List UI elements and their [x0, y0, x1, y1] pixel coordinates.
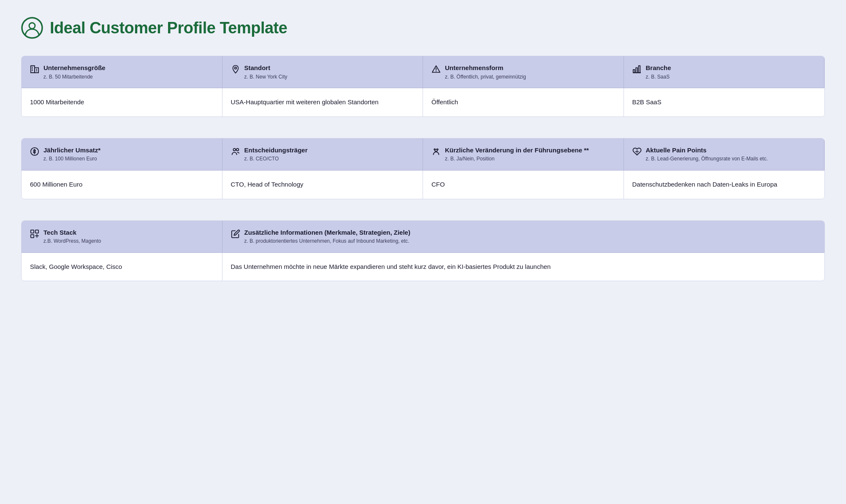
header-pain-points-title: Aktuelle Pain Points — [646, 146, 768, 154]
company-type-icon — [431, 65, 441, 76]
change-icon — [431, 147, 441, 158]
header-company-size: Unternehmensgröße z. B. 50 Mitarbeitende — [22, 56, 222, 88]
data-leadership-change: CFO — [423, 171, 624, 199]
svg-point-9 — [234, 67, 236, 69]
table-tech: Tech Stack z.B. WordPress, Magento Zusät… — [21, 220, 825, 282]
header-location-subtitle: z. B. New York City — [244, 73, 287, 81]
page-title-row: Ideal Customer Profile Template — [21, 17, 825, 39]
data-additional-info: Das Unternehmen möchte in neue Märkte ex… — [222, 253, 825, 281]
tech-icon — [30, 229, 39, 240]
header-decision-makers-title: Entscheidungsträger — [244, 146, 308, 154]
location-icon — [231, 65, 240, 76]
svg-rect-22 — [35, 230, 38, 233]
svg-rect-3 — [35, 68, 38, 73]
svg-point-12 — [436, 71, 437, 71]
heart-icon — [632, 147, 642, 158]
header-industry-subtitle: z. B. SaaS — [646, 73, 671, 81]
header-revenue: Jährlicher Umsatz* z. B. 100 Millionen E… — [22, 138, 222, 171]
header-additional-info-title: Zusätzliche Informationen (Merkmale, Str… — [244, 228, 410, 237]
header-leadership-change-title: Kürzliche Veränderung in der Führungsebe… — [445, 146, 589, 154]
page-title-icon — [21, 17, 43, 39]
data-company-type: Öffentlich — [423, 88, 624, 117]
header-leadership-change-subtitle: z. B. Ja/Nein, Position — [445, 155, 589, 163]
table-financials-grid: Jährlicher Umsatz* z. B. 100 Millionen E… — [22, 138, 824, 199]
svg-rect-21 — [31, 230, 34, 233]
header-company-type-title: Unternehmensform — [445, 64, 526, 72]
svg-point-20 — [435, 149, 437, 152]
header-tech-stack-subtitle: z.B. WordPress, Magento — [43, 238, 101, 245]
svg-rect-15 — [638, 66, 640, 73]
data-tech-stack: Slack, Google Workspace, Cisco — [22, 253, 222, 281]
header-location: Standort z. B. New York City — [222, 56, 423, 88]
header-revenue-subtitle: z. B. 100 Millionen Euro — [43, 155, 100, 163]
header-decision-makers: Entscheidungsträger z. B. CEO/CTO — [222, 138, 423, 171]
svg-rect-13 — [633, 70, 634, 73]
table-firmographics: Unternehmensgröße z. B. 50 Mitarbeitende… — [21, 56, 825, 117]
header-pain-points: Aktuelle Pain Points z. B. Lead-Generier… — [624, 138, 825, 171]
data-pain-points: Datenschutzbedenken nach Daten-Leaks in … — [624, 171, 825, 199]
table-financials: Jährlicher Umsatz* z. B. 100 Millionen E… — [21, 138, 825, 199]
header-industry-title: Branche — [646, 64, 671, 72]
header-tech-stack-title: Tech Stack — [43, 228, 101, 237]
header-additional-info-subtitle: z. B. produktorientiertes Unternehmen, F… — [244, 238, 410, 245]
chart-icon — [632, 65, 642, 76]
svg-point-19 — [236, 148, 239, 151]
svg-rect-23 — [31, 234, 34, 237]
header-location-title: Standort — [244, 64, 287, 72]
pencil-icon — [231, 229, 240, 240]
header-revenue-title: Jährlicher Umsatz* — [43, 146, 100, 154]
svg-point-1 — [29, 23, 35, 29]
header-industry: Branche z. B. SaaS — [624, 56, 825, 88]
svg-point-18 — [233, 148, 236, 151]
data-decision-makers: CTO, Head of Technology — [222, 171, 423, 199]
header-leadership-change: Kürzliche Veränderung in der Führungsebe… — [423, 138, 624, 171]
table-firmographics-grid: Unternehmensgröße z. B. 50 Mitarbeitende… — [22, 56, 824, 117]
header-company-size-subtitle: z. B. 50 Mitarbeitende — [43, 73, 106, 81]
header-company-type-subtitle: z. B. Öffentlich, privat, gemeinnützig — [445, 73, 526, 81]
header-tech-stack: Tech Stack z.B. WordPress, Magento — [22, 221, 222, 253]
header-pain-points-subtitle: z. B. Lead-Generierung, Öffnungsrate von… — [646, 155, 768, 163]
svg-rect-14 — [636, 68, 637, 73]
data-company-size: 1000 Mitarbeitende — [22, 88, 222, 117]
header-company-type: Unternehmensform z. B. Öffentlich, priva… — [423, 56, 624, 88]
page-title: Ideal Customer Profile Template — [50, 19, 287, 37]
people-icon — [231, 147, 240, 158]
table-tech-grid: Tech Stack z.B. WordPress, Magento Zusät… — [22, 221, 824, 281]
building-icon — [30, 65, 39, 76]
header-decision-makers-subtitle: z. B. CEO/CTO — [244, 155, 308, 163]
data-location: USA-Hauptquartier mit weiteren globalen … — [222, 88, 423, 117]
data-industry: B2B SaaS — [624, 88, 825, 117]
header-additional-info: Zusätzliche Informationen (Merkmale, Str… — [222, 221, 825, 253]
data-revenue: 600 Millionen Euro — [22, 171, 222, 199]
header-company-size-title: Unternehmensgröße — [43, 64, 106, 72]
dollar-icon — [30, 147, 39, 158]
